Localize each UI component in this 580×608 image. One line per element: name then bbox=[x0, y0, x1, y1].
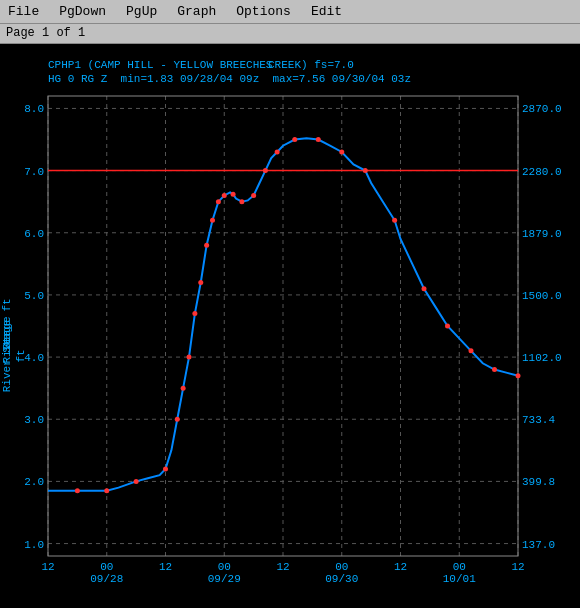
menu-options[interactable]: Options bbox=[232, 2, 295, 21]
page-indicator: Page 1 of 1 bbox=[6, 26, 85, 40]
chart-container bbox=[0, 44, 580, 608]
chart-canvas bbox=[0, 44, 580, 608]
status-bar: Page 1 of 1 bbox=[0, 24, 580, 44]
menubar: File PgDown PgUp Graph Options Edit bbox=[0, 0, 580, 24]
menu-pgdown[interactable]: PgDown bbox=[55, 2, 110, 21]
menu-edit[interactable]: Edit bbox=[307, 2, 346, 21]
menu-file[interactable]: File bbox=[4, 2, 43, 21]
menu-pgup[interactable]: PgUp bbox=[122, 2, 161, 21]
menu-graph[interactable]: Graph bbox=[173, 2, 220, 21]
